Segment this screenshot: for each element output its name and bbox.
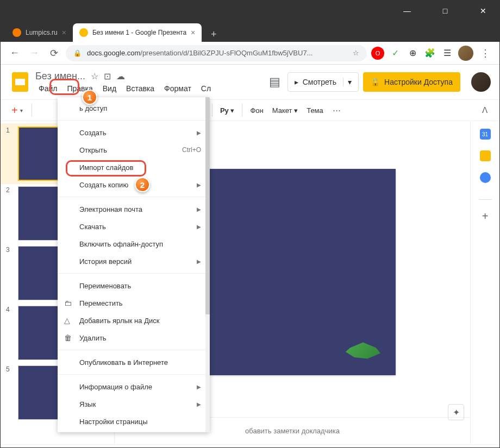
menu-item-email[interactable]: Электронная почта▶ xyxy=(58,200,210,218)
menu-item-new[interactable]: Создать▶ xyxy=(58,124,210,141)
separator xyxy=(242,104,242,117)
side-panel: 31 + xyxy=(470,121,499,444)
url-domain: docs.google.com xyxy=(87,49,140,57)
app-header: Без имен... ☆ ⊡ ☁ Файл Правка Вид Вставк… xyxy=(1,65,499,99)
slide-graphic xyxy=(341,337,385,364)
slide-number: 4 xyxy=(6,306,14,360)
share-button[interactable]: 🔒 Настройки Доступа xyxy=(363,72,460,92)
keep-icon[interactable] xyxy=(480,150,491,161)
menu-insert[interactable]: Вставка xyxy=(123,83,158,94)
slides-logo-icon[interactable] xyxy=(9,71,31,93)
slide-number: 5 xyxy=(6,365,14,420)
transition-button[interactable]: Py ▾ xyxy=(217,106,238,115)
slide-number: 2 xyxy=(6,186,14,241)
new-tab-button[interactable]: + xyxy=(206,27,221,42)
extensions-icon[interactable]: 🧩 xyxy=(423,47,436,60)
cloud-icon[interactable]: ☁ xyxy=(116,71,125,81)
menu-item-make-copy[interactable]: Создать копию▶ xyxy=(58,176,210,193)
tab-title: Lumpics.ru xyxy=(26,29,58,36)
browser-menu-button[interactable]: ⋮ xyxy=(478,46,493,61)
theme-button[interactable]: Тема xyxy=(303,106,327,115)
menu-view[interactable]: Вид xyxy=(99,83,120,94)
present-label: Смотреть xyxy=(303,78,336,86)
tab-close-icon[interactable]: × xyxy=(62,28,66,37)
background-button[interactable]: Фон xyxy=(247,106,266,115)
new-slide-button[interactable]: +▾ xyxy=(7,104,27,117)
callout-2: 2 xyxy=(135,177,150,192)
more-tools-icon[interactable]: ⋯ xyxy=(329,102,345,118)
trash-icon: 🗑 xyxy=(64,333,72,342)
url-path: /presentation/d/1BilGZPJU-sFlOQmGuM1fbw5… xyxy=(140,49,312,57)
menu-item-version-history[interactable]: История версий▶ xyxy=(58,253,210,270)
tab-close-icon[interactable]: × xyxy=(191,28,195,37)
extension-icon[interactable]: ✓ xyxy=(389,47,402,60)
separator xyxy=(58,120,210,121)
tasks-icon[interactable] xyxy=(480,172,491,183)
calendar-icon[interactable]: 31 xyxy=(480,129,491,140)
present-dropdown-icon[interactable]: ▾ xyxy=(343,78,352,86)
callout-1: 1 xyxy=(82,90,97,105)
menu-item-page-setup[interactable]: Настройки страницы xyxy=(58,413,210,430)
add-addon-icon[interactable]: + xyxy=(480,211,491,222)
favicon-icon xyxy=(12,28,21,37)
menu-item-download[interactable]: Скачать▶ xyxy=(58,218,210,235)
window-minimize-button[interactable]: — xyxy=(396,3,418,19)
drive-icon: △ xyxy=(64,316,70,325)
reading-list-icon[interactable]: ☰ xyxy=(441,47,454,60)
browser-tab-strip: Lumpics.ru × Без имени 1 - Google Презен… xyxy=(1,21,499,42)
slide-number: 3 xyxy=(6,246,14,300)
menu-item-move[interactable]: 🗀Переместить xyxy=(58,294,210,312)
forward-button[interactable]: → xyxy=(27,46,42,61)
menu-bar: Файл Правка Вид Вставка Формат Сл xyxy=(35,83,262,94)
menu-file[interactable]: Файл xyxy=(35,83,60,94)
back-button[interactable]: ← xyxy=(7,46,22,61)
menu-item-offline[interactable]: Включить офлайн-доступ xyxy=(58,235,210,253)
move-icon[interactable]: ⊡ xyxy=(104,71,111,81)
star-icon[interactable]: ☆ xyxy=(91,71,98,81)
bottom-bar: ▦ ⊟ ❯ xyxy=(1,444,499,448)
window-maximize-button[interactable]: □ xyxy=(434,3,456,19)
file-menu-dropdown: ь доступ Создать▶ ОткрытьCtrl+O Импорт с… xyxy=(58,97,210,432)
tab-title: Без имени 1 - Google Презента xyxy=(92,29,186,36)
menu-slide[interactable]: Сл xyxy=(198,83,214,94)
menu-item-language[interactable]: Язык▶ xyxy=(58,395,210,413)
user-avatar[interactable] xyxy=(471,72,491,92)
share-label: Настройки Доступа xyxy=(384,78,453,86)
browser-tab-slides[interactable]: Без имени 1 - Google Презента × xyxy=(73,23,202,42)
bookmark-icon[interactable]: ☆ xyxy=(353,49,359,57)
separator xyxy=(58,374,210,375)
extension-icon[interactable]: O xyxy=(371,47,384,60)
menu-item-import-slides[interactable]: Импорт слайдов xyxy=(58,159,210,176)
menu-item-publish[interactable]: Опубликовать в Интернете xyxy=(58,354,210,371)
document-title[interactable]: Без имен... xyxy=(35,71,85,82)
present-button[interactable]: ▸ Смотреть ▾ xyxy=(288,72,359,92)
menu-format[interactable]: Формат xyxy=(161,83,195,94)
extension-icon[interactable]: ⊕ xyxy=(406,47,419,60)
menu-item-open[interactable]: ОткрытьCtrl+O xyxy=(58,141,210,159)
window-close-button[interactable]: ✕ xyxy=(472,3,494,19)
menu-item-rename[interactable]: Переименовать xyxy=(58,277,210,294)
folder-icon: 🗀 xyxy=(64,299,72,307)
explore-button[interactable]: ✦ xyxy=(448,404,464,420)
url-input[interactable]: 🔒 docs.google.com/presentation/d/1BilGZP… xyxy=(66,45,367,61)
menu-item-add-shortcut[interactable]: △Добавить ярлык на Диск xyxy=(58,312,210,329)
menu-item-file-info[interactable]: Информация о файле▶ xyxy=(58,378,210,395)
browser-tab-lumpics[interactable]: Lumpics.ru × xyxy=(6,23,73,42)
menu-item-delete[interactable]: 🗑Удалить xyxy=(58,329,210,346)
separator xyxy=(58,273,210,274)
play-icon: ▸ xyxy=(295,78,298,86)
collapse-toolbar-icon[interactable]: ᐱ xyxy=(477,102,493,118)
slide-number: 1 xyxy=(6,127,14,181)
reload-button[interactable]: ⟳ xyxy=(46,46,61,61)
window-titlebar: — □ ✕ xyxy=(1,1,499,21)
dropdown-scrollbar[interactable] xyxy=(205,97,210,432)
lock-icon: 🔒 xyxy=(73,49,82,57)
current-slide[interactable] xyxy=(189,169,396,375)
comments-icon[interactable]: ▤ xyxy=(267,74,283,90)
address-bar: ← → ⟳ 🔒 docs.google.com/presentation/d/1… xyxy=(1,42,499,65)
lock-icon: 🔒 xyxy=(371,78,380,86)
menu-item-share[interactable]: ь доступ xyxy=(58,99,210,117)
svg-rect-1 xyxy=(15,79,25,85)
layout-button[interactable]: Макет ▾ xyxy=(269,106,301,115)
browser-avatar[interactable] xyxy=(458,46,473,61)
